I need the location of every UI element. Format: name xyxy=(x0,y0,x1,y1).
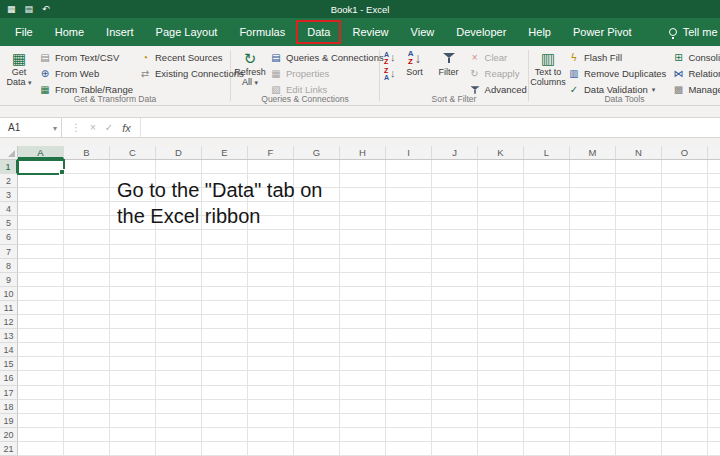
cell-G6[interactable] xyxy=(294,230,340,244)
cell-H16[interactable] xyxy=(340,371,386,385)
cell-M6[interactable] xyxy=(570,230,616,244)
cell-J2[interactable] xyxy=(432,174,478,188)
row-header-2[interactable]: 2 xyxy=(0,174,18,188)
cell-P2[interactable] xyxy=(708,174,720,188)
cell-K9[interactable] xyxy=(478,273,524,287)
cell-J6[interactable] xyxy=(432,230,478,244)
excel-logo-icon[interactable]: ▦ xyxy=(7,4,16,14)
cell-N19[interactable] xyxy=(616,414,662,428)
cell-N14[interactable] xyxy=(616,343,662,357)
cell-P12[interactable] xyxy=(708,315,720,329)
cell-I21[interactable] xyxy=(386,442,432,456)
cell-B6[interactable] xyxy=(64,230,110,244)
cell-D12[interactable] xyxy=(156,315,202,329)
cell-M16[interactable] xyxy=(570,371,616,385)
filter-button[interactable]: Filter xyxy=(432,48,466,78)
cell-H3[interactable] xyxy=(340,188,386,202)
cell-B9[interactable] xyxy=(64,273,110,287)
cell-H14[interactable] xyxy=(340,343,386,357)
cell-I9[interactable] xyxy=(386,273,432,287)
cell-A3[interactable] xyxy=(18,188,64,202)
cell-H10[interactable] xyxy=(340,287,386,301)
cell-N13[interactable] xyxy=(616,329,662,343)
cell-O4[interactable] xyxy=(662,202,708,216)
cell-K4[interactable] xyxy=(478,202,524,216)
cell-G5[interactable] xyxy=(294,216,340,230)
cell-L10[interactable] xyxy=(524,287,570,301)
cell-B7[interactable] xyxy=(64,245,110,259)
cell-K17[interactable] xyxy=(478,386,524,400)
cell-A17[interactable] xyxy=(18,386,64,400)
select-all-corner[interactable] xyxy=(0,146,18,159)
cell-F9[interactable] xyxy=(248,273,294,287)
tab-page-layout[interactable]: Page Layout xyxy=(145,20,229,44)
cell-G11[interactable] xyxy=(294,301,340,315)
column-header-K[interactable]: K xyxy=(478,146,524,159)
cell-D5[interactable] xyxy=(156,216,202,230)
cell-N1[interactable] xyxy=(616,160,662,174)
cell-O9[interactable] xyxy=(662,273,708,287)
cell-C3[interactable] xyxy=(110,188,156,202)
cell-G3[interactable] xyxy=(294,188,340,202)
cell-C13[interactable] xyxy=(110,329,156,343)
cell-E4[interactable] xyxy=(202,202,248,216)
cell-I19[interactable] xyxy=(386,414,432,428)
cell-N16[interactable] xyxy=(616,371,662,385)
cell-F3[interactable] xyxy=(248,188,294,202)
cell-F7[interactable] xyxy=(248,245,294,259)
cell-D20[interactable] xyxy=(156,428,202,442)
cell-I13[interactable] xyxy=(386,329,432,343)
cell-B16[interactable] xyxy=(64,371,110,385)
cell-K13[interactable] xyxy=(478,329,524,343)
row-header-20[interactable]: 20 xyxy=(0,428,18,442)
cell-J4[interactable] xyxy=(432,202,478,216)
cell-C2[interactable] xyxy=(110,174,156,188)
cell-C1[interactable] xyxy=(110,160,156,174)
cell-A14[interactable] xyxy=(18,343,64,357)
cell-J8[interactable] xyxy=(432,259,478,273)
cell-B17[interactable] xyxy=(64,386,110,400)
column-header-E[interactable]: E xyxy=(202,146,248,159)
cell-B5[interactable] xyxy=(64,216,110,230)
row-header-16[interactable]: 16 xyxy=(0,371,18,385)
cell-P8[interactable] xyxy=(708,259,720,273)
clear-filter-button[interactable]: × Clear xyxy=(466,50,530,65)
cell-F1[interactable] xyxy=(248,160,294,174)
cell-M21[interactable] xyxy=(570,442,616,456)
cell-D2[interactable] xyxy=(156,174,202,188)
cell-G4[interactable] xyxy=(294,202,340,216)
cell-L12[interactable] xyxy=(524,315,570,329)
cell-I3[interactable] xyxy=(386,188,432,202)
cell-M20[interactable] xyxy=(570,428,616,442)
cell-K5[interactable] xyxy=(478,216,524,230)
cell-L18[interactable] xyxy=(524,400,570,414)
cell-A2[interactable] xyxy=(18,174,64,188)
cell-P4[interactable] xyxy=(708,202,720,216)
cell-D15[interactable] xyxy=(156,357,202,371)
cell-H4[interactable] xyxy=(340,202,386,216)
cell-N8[interactable] xyxy=(616,259,662,273)
cell-K7[interactable] xyxy=(478,245,524,259)
cell-B4[interactable] xyxy=(64,202,110,216)
cell-O19[interactable] xyxy=(662,414,708,428)
cell-G19[interactable] xyxy=(294,414,340,428)
cell-O7[interactable] xyxy=(662,245,708,259)
cell-P17[interactable] xyxy=(708,386,720,400)
cell-M8[interactable] xyxy=(570,259,616,273)
cell-M7[interactable] xyxy=(570,245,616,259)
cell-B19[interactable] xyxy=(64,414,110,428)
cell-F2[interactable] xyxy=(248,174,294,188)
cell-B10[interactable] xyxy=(64,287,110,301)
cell-C18[interactable] xyxy=(110,400,156,414)
from-web-button[interactable]: ⊕ From Web xyxy=(36,66,136,81)
cell-D21[interactable] xyxy=(156,442,202,456)
cell-A16[interactable] xyxy=(18,371,64,385)
cell-J15[interactable] xyxy=(432,357,478,371)
cell-N3[interactable] xyxy=(616,188,662,202)
cell-F17[interactable] xyxy=(248,386,294,400)
tab-insert[interactable]: Insert xyxy=(95,20,145,44)
row-header-6[interactable]: 6 xyxy=(0,230,18,244)
cell-F12[interactable] xyxy=(248,315,294,329)
cell-G12[interactable] xyxy=(294,315,340,329)
cell-O5[interactable] xyxy=(662,216,708,230)
